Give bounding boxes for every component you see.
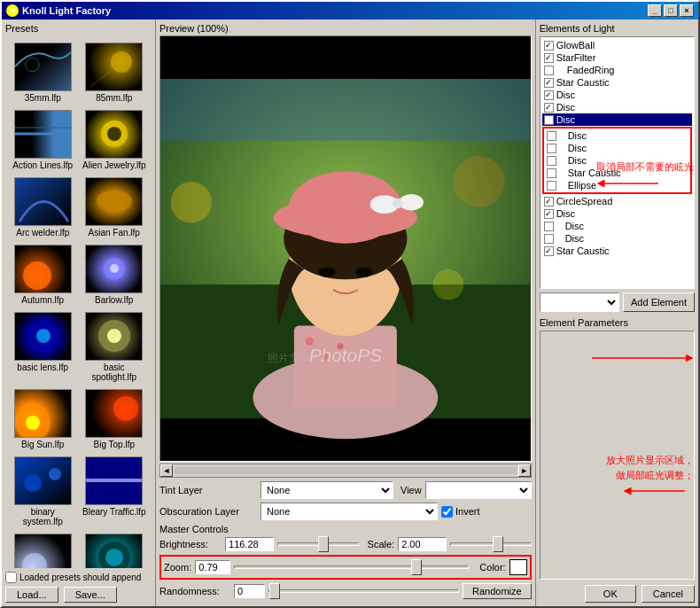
- ok-button[interactable]: OK: [585, 585, 636, 603]
- zoom-slider[interactable]: [234, 565, 469, 569]
- element-name: Star Caustic: [556, 246, 610, 256]
- titlebar-left: ☀ Knoll Light Factory: [6, 4, 111, 17]
- list-item[interactable]: ✓ Star Caustic: [542, 245, 692, 257]
- list-item[interactable]: ✓ Star Caustic: [542, 76, 692, 89]
- element-checkbox[interactable]: ✓: [544, 209, 554, 219]
- add-element-button[interactable]: Add Element: [623, 292, 695, 312]
- svg-point-45: [355, 267, 372, 277]
- list-item[interactable]: Barlow.lfp: [81, 243, 149, 307]
- obscuration-dropdown[interactable]: None: [261, 503, 438, 520]
- element-checkbox[interactable]: [547, 168, 556, 178]
- color-swatch[interactable]: [509, 559, 527, 575]
- add-element-dropdown[interactable]: [540, 292, 619, 312]
- zoom-value[interactable]: 0.79: [195, 560, 230, 574]
- list-item[interactable]: Asian Fan.lfp: [81, 175, 149, 239]
- element-checkbox[interactable]: [544, 66, 554, 75]
- presets-grid: 35mm.lfp 85mm.lfp Action L: [5, 37, 152, 568]
- invert-checkbox[interactable]: [441, 506, 453, 518]
- element-checkbox[interactable]: [544, 234, 554, 244]
- element-checkbox[interactable]: [547, 144, 556, 153]
- list-item[interactable]: Autumn.lfp: [9, 243, 77, 307]
- color-label: Color:: [479, 562, 505, 573]
- list-item[interactable]: ✓ Disc: [542, 101, 692, 113]
- save-button[interactable]: Save...: [64, 587, 117, 603]
- element-checkbox[interactable]: [547, 131, 556, 141]
- maximize-button[interactable]: □: [664, 4, 678, 17]
- element-checkbox[interactable]: ✓: [544, 41, 554, 51]
- list-item[interactable]: basic spotlight.lfp: [81, 310, 149, 384]
- element-checkbox[interactable]: ✓: [544, 197, 554, 207]
- cancel-button[interactable]: Cancel: [642, 585, 695, 603]
- scale-slider[interactable]: [450, 542, 532, 546]
- list-item[interactable]: ✓ Disc: [542, 89, 692, 101]
- brightness-row: Brightness: 116.28 Scale: 2.00: [159, 537, 532, 551]
- element-checkbox[interactable]: ✓: [544, 246, 554, 256]
- randomness-value[interactable]: 0: [234, 584, 265, 598]
- list-item[interactable]: Disc: [542, 232, 692, 245]
- titlebar-buttons[interactable]: _ □ ×: [648, 4, 694, 17]
- list-item[interactable]: basic lens.lfp: [9, 310, 77, 384]
- list-item[interactable]: Disc: [542, 220, 692, 232]
- list-item[interactable]: ✓ CircleSpread: [542, 195, 692, 207]
- list-item[interactable]: Blue Green Eye.lfp: [81, 532, 149, 568]
- randomness-slider[interactable]: [268, 589, 459, 593]
- preview-image: PhotoPS 照片文章网: [159, 35, 532, 462]
- brightness-slider[interactable]: [277, 542, 359, 546]
- element-checkbox[interactable]: [544, 222, 554, 231]
- list-item[interactable]: Big Top.lfp: [81, 387, 149, 451]
- append-checkbox[interactable]: [5, 572, 17, 583]
- scroll-right-arrow[interactable]: ►: [518, 464, 531, 477]
- list-item[interactable]: Arc welder.lfp: [9, 175, 77, 239]
- view-dropdown[interactable]: [425, 481, 532, 499]
- tint-layer-label: Tint Layer: [159, 485, 257, 495]
- list-item[interactable]: ✓ Disc: [542, 113, 692, 126]
- zoom-label: Zoom:: [164, 562, 191, 573]
- minimize-button[interactable]: _: [648, 4, 662, 17]
- svg-point-7: [97, 191, 132, 212]
- scale-value[interactable]: 2.00: [398, 537, 447, 551]
- list-item[interactable]: ✓ Disc: [542, 207, 692, 220]
- list-item[interactable]: ✓ StarFilter: [542, 51, 692, 64]
- preset-thumbnail: [85, 177, 143, 226]
- list-item[interactable]: Disc: [545, 142, 689, 154]
- element-checkbox[interactable]: ✓: [544, 90, 554, 100]
- list-item[interactable]: Alien Jewelry.lfp: [81, 108, 149, 172]
- preset-name: basic lens.lfp: [17, 362, 68, 372]
- obscuration-row: Obscuration Layer None Invert: [159, 503, 532, 520]
- list-item[interactable]: FadedRing: [542, 64, 692, 76]
- list-item[interactable]: Ellipse: [545, 179, 689, 191]
- list-item[interactable]: Action Lines.lfp: [9, 108, 77, 172]
- list-item[interactable]: Disc: [545, 154, 689, 167]
- tint-layer-dropdown[interactable]: None: [261, 481, 393, 499]
- list-item[interactable]: 35mm.lfp: [9, 41, 77, 105]
- element-checkbox[interactable]: ✓: [544, 78, 554, 88]
- preview-panel: Preview (100%): [156, 19, 536, 606]
- list-item[interactable]: 85mm.lfp: [81, 41, 149, 105]
- view-label: View: [401, 485, 422, 495]
- list-item[interactable]: binary system.lfp: [9, 455, 77, 528]
- element-checkbox[interactable]: ✓: [544, 103, 554, 113]
- preview-scrollbar-h[interactable]: ◄ ►: [159, 464, 532, 478]
- preset-thumbnail: [85, 110, 143, 159]
- scroll-left-arrow[interactable]: ◄: [160, 464, 173, 477]
- element-checkbox[interactable]: [547, 156, 556, 166]
- element-checkbox[interactable]: ✓: [544, 115, 554, 125]
- list-item[interactable]: ✓ GlowBall: [542, 39, 692, 51]
- list-item[interactable]: Bleary Traffic.lfp: [81, 455, 149, 528]
- append-label: Loaded presets should append: [19, 573, 141, 582]
- list-item[interactable]: Blimp flare.lfp: [9, 532, 77, 568]
- list-item[interactable]: Star Caustic: [545, 167, 689, 179]
- randomize-button[interactable]: Randomize: [463, 583, 532, 599]
- titlebar: ☀ Knoll Light Factory _ □ ×: [2, 2, 698, 19]
- element-params-label: Element Parameters: [540, 317, 695, 328]
- load-button[interactable]: Load...: [5, 587, 58, 603]
- elements-list: ✓ GlowBall ✓ StarFilter FadedRing ✓ Star…: [540, 36, 695, 289]
- list-item[interactable]: Disc: [545, 129, 689, 142]
- brightness-value[interactable]: 116.28: [225, 537, 274, 551]
- element-checkbox[interactable]: [547, 181, 556, 191]
- close-button[interactable]: ×: [680, 4, 694, 17]
- preset-name: Big Sun.lfp: [21, 440, 64, 449]
- list-item[interactable]: Big Sun.lfp: [9, 387, 77, 451]
- element-checkbox[interactable]: ✓: [544, 53, 554, 63]
- preset-thumbnail: [14, 312, 72, 361]
